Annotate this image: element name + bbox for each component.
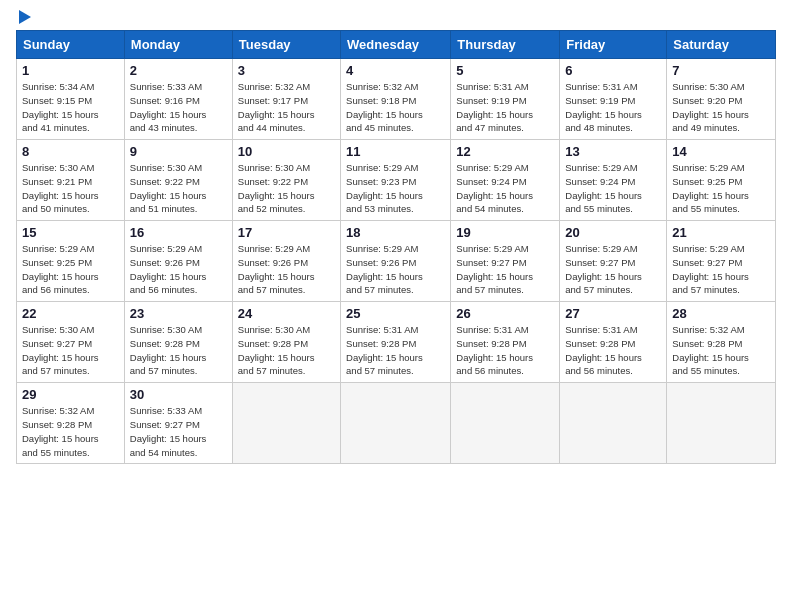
- day-number: 4: [346, 63, 445, 78]
- calendar-cell: 27Sunrise: 5:31 AM Sunset: 9:28 PM Dayli…: [560, 302, 667, 383]
- calendar-cell: 13Sunrise: 5:29 AM Sunset: 9:24 PM Dayli…: [560, 140, 667, 221]
- day-number: 5: [456, 63, 554, 78]
- day-info: Sunrise: 5:31 AM Sunset: 9:19 PM Dayligh…: [565, 80, 661, 135]
- day-info: Sunrise: 5:31 AM Sunset: 9:28 PM Dayligh…: [456, 323, 554, 378]
- day-info: Sunrise: 5:30 AM Sunset: 9:28 PM Dayligh…: [238, 323, 335, 378]
- calendar-cell: 8Sunrise: 5:30 AM Sunset: 9:21 PM Daylig…: [17, 140, 125, 221]
- day-info: Sunrise: 5:29 AM Sunset: 9:26 PM Dayligh…: [238, 242, 335, 297]
- calendar-cell: 9Sunrise: 5:30 AM Sunset: 9:22 PM Daylig…: [124, 140, 232, 221]
- calendar-cell: [667, 383, 776, 464]
- calendar-cell: 24Sunrise: 5:30 AM Sunset: 9:28 PM Dayli…: [232, 302, 340, 383]
- day-number: 25: [346, 306, 445, 321]
- day-info: Sunrise: 5:29 AM Sunset: 9:26 PM Dayligh…: [346, 242, 445, 297]
- calendar-week-2: 8Sunrise: 5:30 AM Sunset: 9:21 PM Daylig…: [17, 140, 776, 221]
- day-info: Sunrise: 5:29 AM Sunset: 9:25 PM Dayligh…: [672, 161, 770, 216]
- day-info: Sunrise: 5:33 AM Sunset: 9:27 PM Dayligh…: [130, 404, 227, 459]
- calendar-cell: 30Sunrise: 5:33 AM Sunset: 9:27 PM Dayli…: [124, 383, 232, 464]
- calendar-cell: 7Sunrise: 5:30 AM Sunset: 9:20 PM Daylig…: [667, 59, 776, 140]
- calendar-cell: 21Sunrise: 5:29 AM Sunset: 9:27 PM Dayli…: [667, 221, 776, 302]
- calendar-cell: 22Sunrise: 5:30 AM Sunset: 9:27 PM Dayli…: [17, 302, 125, 383]
- calendar-header-tuesday: Tuesday: [232, 31, 340, 59]
- day-info: Sunrise: 5:29 AM Sunset: 9:24 PM Dayligh…: [565, 161, 661, 216]
- day-number: 14: [672, 144, 770, 159]
- day-number: 22: [22, 306, 119, 321]
- day-info: Sunrise: 5:32 AM Sunset: 9:17 PM Dayligh…: [238, 80, 335, 135]
- calendar-cell: 12Sunrise: 5:29 AM Sunset: 9:24 PM Dayli…: [451, 140, 560, 221]
- day-info: Sunrise: 5:31 AM Sunset: 9:19 PM Dayligh…: [456, 80, 554, 135]
- day-info: Sunrise: 5:33 AM Sunset: 9:16 PM Dayligh…: [130, 80, 227, 135]
- day-number: 30: [130, 387, 227, 402]
- day-number: 28: [672, 306, 770, 321]
- calendar-cell: 15Sunrise: 5:29 AM Sunset: 9:25 PM Dayli…: [17, 221, 125, 302]
- day-info: Sunrise: 5:29 AM Sunset: 9:27 PM Dayligh…: [672, 242, 770, 297]
- day-info: Sunrise: 5:29 AM Sunset: 9:24 PM Dayligh…: [456, 161, 554, 216]
- calendar-cell: 14Sunrise: 5:29 AM Sunset: 9:25 PM Dayli…: [667, 140, 776, 221]
- calendar-cell: 10Sunrise: 5:30 AM Sunset: 9:22 PM Dayli…: [232, 140, 340, 221]
- day-number: 21: [672, 225, 770, 240]
- calendar-cell: [560, 383, 667, 464]
- day-number: 17: [238, 225, 335, 240]
- day-number: 3: [238, 63, 335, 78]
- day-info: Sunrise: 5:29 AM Sunset: 9:27 PM Dayligh…: [565, 242, 661, 297]
- calendar-cell: 20Sunrise: 5:29 AM Sunset: 9:27 PM Dayli…: [560, 221, 667, 302]
- calendar-cell: 16Sunrise: 5:29 AM Sunset: 9:26 PM Dayli…: [124, 221, 232, 302]
- day-number: 8: [22, 144, 119, 159]
- calendar-cell: 2Sunrise: 5:33 AM Sunset: 9:16 PM Daylig…: [124, 59, 232, 140]
- calendar-cell: 25Sunrise: 5:31 AM Sunset: 9:28 PM Dayli…: [341, 302, 451, 383]
- day-info: Sunrise: 5:30 AM Sunset: 9:27 PM Dayligh…: [22, 323, 119, 378]
- day-number: 9: [130, 144, 227, 159]
- day-number: 26: [456, 306, 554, 321]
- calendar-cell: 1Sunrise: 5:34 AM Sunset: 9:15 PM Daylig…: [17, 59, 125, 140]
- calendar-cell: 6Sunrise: 5:31 AM Sunset: 9:19 PM Daylig…: [560, 59, 667, 140]
- day-number: 11: [346, 144, 445, 159]
- calendar-cell: 18Sunrise: 5:29 AM Sunset: 9:26 PM Dayli…: [341, 221, 451, 302]
- day-info: Sunrise: 5:32 AM Sunset: 9:28 PM Dayligh…: [672, 323, 770, 378]
- calendar-cell: 17Sunrise: 5:29 AM Sunset: 9:26 PM Dayli…: [232, 221, 340, 302]
- calendar-cell: 19Sunrise: 5:29 AM Sunset: 9:27 PM Dayli…: [451, 221, 560, 302]
- day-number: 13: [565, 144, 661, 159]
- calendar-header-sunday: Sunday: [17, 31, 125, 59]
- day-number: 23: [130, 306, 227, 321]
- calendar-cell: 26Sunrise: 5:31 AM Sunset: 9:28 PM Dayli…: [451, 302, 560, 383]
- header: [16, 10, 776, 24]
- calendar-cell: 28Sunrise: 5:32 AM Sunset: 9:28 PM Dayli…: [667, 302, 776, 383]
- calendar-week-5: 29Sunrise: 5:32 AM Sunset: 9:28 PM Dayli…: [17, 383, 776, 464]
- calendar-cell: 5Sunrise: 5:31 AM Sunset: 9:19 PM Daylig…: [451, 59, 560, 140]
- day-number: 10: [238, 144, 335, 159]
- calendar-table: SundayMondayTuesdayWednesdayThursdayFrid…: [16, 30, 776, 464]
- day-info: Sunrise: 5:31 AM Sunset: 9:28 PM Dayligh…: [346, 323, 445, 378]
- calendar-cell: [232, 383, 340, 464]
- calendar-cell: [451, 383, 560, 464]
- day-number: 20: [565, 225, 661, 240]
- calendar-week-4: 22Sunrise: 5:30 AM Sunset: 9:27 PM Dayli…: [17, 302, 776, 383]
- calendar-cell: [341, 383, 451, 464]
- calendar-header-row: SundayMondayTuesdayWednesdayThursdayFrid…: [17, 31, 776, 59]
- day-info: Sunrise: 5:30 AM Sunset: 9:22 PM Dayligh…: [130, 161, 227, 216]
- day-number: 19: [456, 225, 554, 240]
- day-number: 24: [238, 306, 335, 321]
- day-info: Sunrise: 5:30 AM Sunset: 9:20 PM Dayligh…: [672, 80, 770, 135]
- day-number: 18: [346, 225, 445, 240]
- day-info: Sunrise: 5:34 AM Sunset: 9:15 PM Dayligh…: [22, 80, 119, 135]
- day-info: Sunrise: 5:29 AM Sunset: 9:23 PM Dayligh…: [346, 161, 445, 216]
- calendar-cell: 29Sunrise: 5:32 AM Sunset: 9:28 PM Dayli…: [17, 383, 125, 464]
- calendar-header-friday: Friday: [560, 31, 667, 59]
- calendar-cell: 23Sunrise: 5:30 AM Sunset: 9:28 PM Dayli…: [124, 302, 232, 383]
- day-number: 27: [565, 306, 661, 321]
- day-info: Sunrise: 5:29 AM Sunset: 9:25 PM Dayligh…: [22, 242, 119, 297]
- day-number: 7: [672, 63, 770, 78]
- calendar-cell: 4Sunrise: 5:32 AM Sunset: 9:18 PM Daylig…: [341, 59, 451, 140]
- day-number: 2: [130, 63, 227, 78]
- calendar-header-saturday: Saturday: [667, 31, 776, 59]
- calendar-header-wednesday: Wednesday: [341, 31, 451, 59]
- calendar-week-3: 15Sunrise: 5:29 AM Sunset: 9:25 PM Dayli…: [17, 221, 776, 302]
- calendar-cell: 11Sunrise: 5:29 AM Sunset: 9:23 PM Dayli…: [341, 140, 451, 221]
- day-info: Sunrise: 5:29 AM Sunset: 9:26 PM Dayligh…: [130, 242, 227, 297]
- day-info: Sunrise: 5:30 AM Sunset: 9:22 PM Dayligh…: [238, 161, 335, 216]
- day-number: 1: [22, 63, 119, 78]
- day-info: Sunrise: 5:32 AM Sunset: 9:18 PM Dayligh…: [346, 80, 445, 135]
- logo-chevron-icon: [19, 10, 31, 24]
- day-number: 6: [565, 63, 661, 78]
- calendar-header-monday: Monday: [124, 31, 232, 59]
- day-info: Sunrise: 5:31 AM Sunset: 9:28 PM Dayligh…: [565, 323, 661, 378]
